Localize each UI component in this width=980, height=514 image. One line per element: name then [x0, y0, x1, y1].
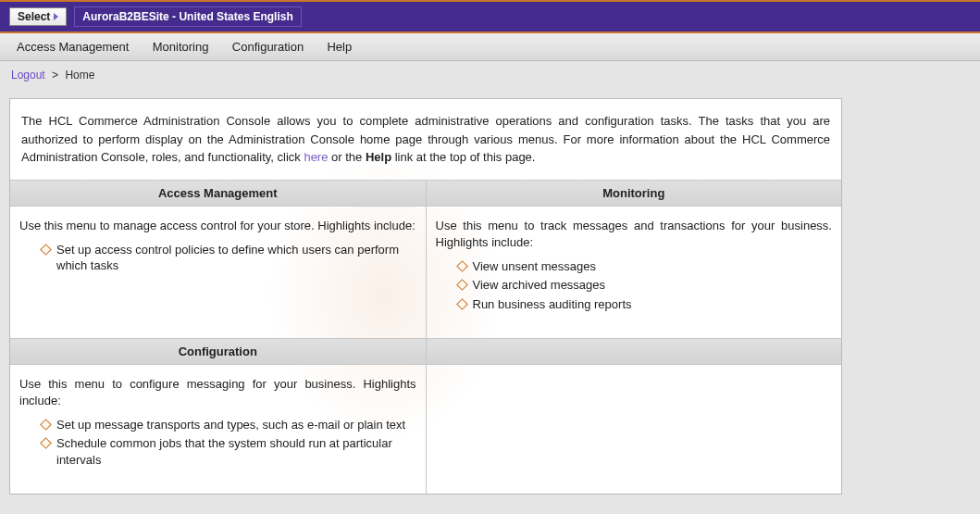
menu-monitoring[interactable]: Monitoring: [145, 38, 222, 56]
menu-configuration[interactable]: Configuration: [225, 38, 316, 56]
card-config: Configuration Use this menu to configure…: [10, 338, 426, 494]
list-item: Schedule common jobs that the system sho…: [42, 435, 416, 468]
cards-grid: Access Management Use this menu to manag…: [10, 180, 841, 494]
breadcrumb-separator: >: [52, 69, 58, 81]
intro-here-link[interactable]: here: [304, 150, 328, 164]
breadcrumb-logout-link[interactable]: Logout: [11, 69, 45, 81]
intro-text: The HCL Commerce Administration Console …: [10, 99, 841, 180]
card-empty-title: [427, 339, 842, 365]
select-button[interactable]: Select: [9, 7, 67, 26]
card-access-desc: Use this menu to manage access control f…: [19, 219, 416, 232]
card-access-title: Access Management: [10, 181, 426, 207]
list-item: Set up message transports and types, suc…: [42, 417, 416, 433]
menu-access[interactable]: Access Management: [9, 38, 142, 56]
card-monitoring: Monitoring Use this menu to track messag…: [426, 180, 841, 338]
top-bar: Select AuroraB2BESite - United States En…: [0, 2, 980, 31]
intro-help-bold: Help: [366, 150, 391, 164]
card-monitoring-title: Monitoring: [427, 181, 842, 207]
home-panel: The HCL Commerce Administration Console …: [9, 98, 842, 495]
select-button-label: Select: [18, 10, 50, 23]
card-access: Access Management Use this menu to manag…: [10, 180, 426, 338]
breadcrumb-current: Home: [65, 69, 94, 81]
menu-bar: Access Management Monitoring Configurati…: [0, 33, 980, 61]
card-monitoring-desc: Use this menu to track messages and tran…: [436, 219, 833, 249]
card-config-desc: Use this menu to configure messaging for…: [19, 377, 416, 407]
intro-part2: or the: [328, 150, 365, 164]
chevron-right-icon: [54, 13, 58, 20]
list-item: View unsent messages: [458, 258, 833, 275]
breadcrumb: Logout > Home: [0, 61, 980, 89]
list-item: Set up access control policies to define…: [42, 242, 416, 274]
menu-help[interactable]: Help: [319, 38, 365, 56]
list-item: Run business auditing reports: [458, 296, 833, 313]
list-item: View archived messages: [458, 277, 833, 294]
card-config-title: Configuration: [10, 339, 426, 365]
intro-part3: link at the top of this page.: [391, 150, 535, 164]
card-empty: [426, 338, 841, 494]
site-label: AuroraB2BESite - United States English: [74, 6, 301, 27]
